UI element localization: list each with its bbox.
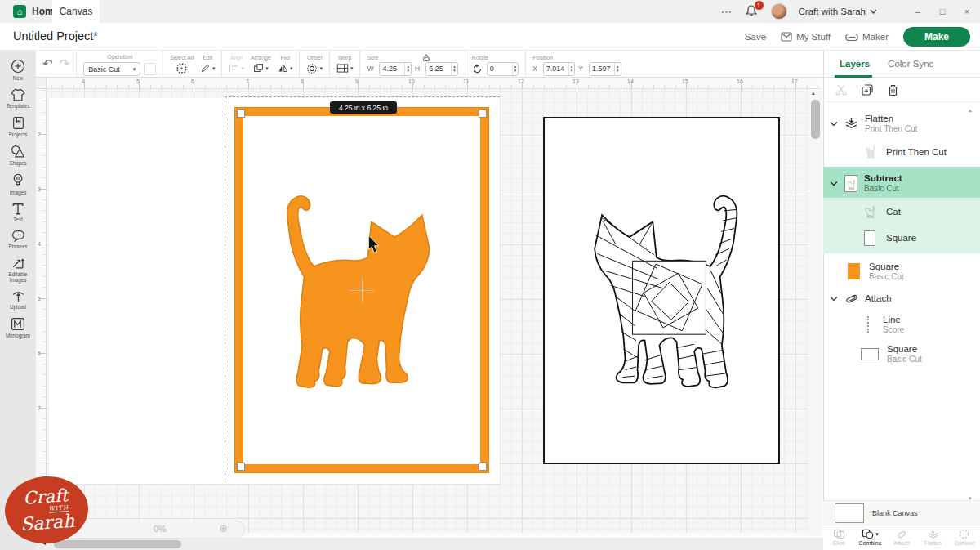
tab-canvas[interactable]: Canvas (52, 0, 100, 23)
vertical-scrollbar-thumb[interactable] (811, 100, 820, 139)
layer-row-square-attach[interactable]: SquareBasic Cut (861, 342, 973, 366)
project-title[interactable]: Untitled Project* (13, 29, 98, 42)
operation-group: Operation Basic Cut ▾ (77, 51, 163, 77)
pos-x-input[interactable]: 7.014▴▾ (543, 62, 576, 76)
flip-button[interactable]: Flip ▾ (278, 52, 293, 76)
size-w-value: 4.25 (380, 65, 404, 73)
collapse-chevron-icon[interactable] (830, 296, 838, 302)
sidebar-item-text[interactable]: Text (0, 203, 36, 222)
vertical-scrollbar[interactable] (808, 90, 822, 535)
save-button[interactable]: Save (745, 32, 766, 42)
selection-handle-top-left[interactable] (237, 110, 245, 118)
rotate-input[interactable]: 0▴▾ (487, 62, 519, 76)
redo-button[interactable]: ↷ (60, 56, 70, 71)
duplicate-icon[interactable] (861, 83, 874, 96)
sidebar-item-images[interactable]: Images (0, 173, 36, 195)
left-sidebar: New Templates Projects Shapes Images Tex… (0, 51, 36, 550)
ruler-number: 2 (38, 132, 41, 137)
warp-button[interactable]: Warp ▾ (336, 52, 354, 76)
my-stuff-button[interactable]: My Stuff (781, 32, 831, 42)
trash-icon[interactable] (887, 83, 899, 96)
horizontal-scrollbar-thumb[interactable] (54, 540, 181, 548)
sidebar-label: New (13, 75, 24, 81)
notifications-bell[interactable]: 1 (745, 4, 760, 19)
collapse-chevron-icon[interactable] (830, 121, 838, 127)
tab-color-sync[interactable]: Color Sync (888, 59, 933, 69)
iris-fold-cat-template[interactable] (568, 157, 759, 420)
pos-y-input[interactable]: 1.597▴▾ (589, 62, 621, 76)
warp-caret-icon: ▾ (350, 65, 354, 72)
blank-canvas-row[interactable]: Blank Canvas (823, 500, 980, 525)
sidebar-item-upload[interactable]: Upload (0, 290, 36, 310)
layer-row-square-child[interactable]: Square (864, 227, 973, 248)
pos-x-value: 7.014 (544, 65, 568, 73)
my-stuff-icon (781, 32, 792, 42)
maker-machine-icon (845, 33, 858, 42)
layers-bottom-actions: Slice ▾ Combine Attach Flatten Contour (823, 525, 980, 550)
rotate-icon[interactable] (472, 64, 483, 74)
chevron-down-icon (870, 9, 877, 14)
zoom-in-icon[interactable]: ⊕ (219, 522, 228, 534)
ruler-number: 4 (38, 241, 41, 247)
sidebar-item-monogram[interactable]: Monogram (0, 317, 36, 338)
selection-handle-bottom-left[interactable] (237, 463, 245, 471)
select-all-button[interactable]: Select All (170, 52, 194, 76)
ruler-number: 7 (246, 78, 249, 84)
size-h-stepper[interactable]: ▴▾ (451, 63, 457, 75)
ruler-number: 6 (38, 351, 41, 356)
sidebar-item-phrases[interactable]: Phrases (0, 230, 36, 249)
selection-handle-top-right[interactable] (479, 110, 487, 118)
color-swatch[interactable] (144, 63, 156, 75)
layer-name: Cat (886, 207, 901, 217)
sidebar-item-editable-images[interactable]: Editable Images (0, 257, 36, 283)
rotate-stepper[interactable]: ▴▾ (512, 63, 519, 75)
sidebar-item-templates[interactable]: Templates (0, 88, 36, 109)
layer-row-subtract[interactable]: SubtractBasic Cut (830, 170, 973, 196)
window-maximize-button[interactable]: □ (936, 7, 949, 16)
window-minimize-button[interactable]: – (911, 7, 924, 16)
orange-cat-silhouette[interactable] (265, 157, 457, 420)
layer-row-square[interactable]: SquareBasic Cut (848, 258, 973, 284)
edit-button[interactable]: Edit ▾ (200, 52, 216, 76)
sidebar-item-new[interactable]: New (0, 59, 36, 81)
lock-icon[interactable] (422, 54, 430, 61)
arrange-button[interactable]: Arrange ▾ (251, 52, 271, 76)
cat-thumbnail (864, 204, 875, 220)
square-thumbnail (864, 230, 875, 246)
size-w-stepper[interactable]: ▴▾ (404, 63, 411, 75)
sidebar-item-projects[interactable]: Projects (0, 116, 36, 137)
pos-x-stepper[interactable]: ▴▾ (568, 63, 575, 75)
selection-handle-bottom-right[interactable] (479, 463, 487, 471)
avatar[interactable] (771, 3, 787, 20)
upload-icon (11, 290, 25, 302)
combine-caret-icon: ▾ (875, 531, 879, 538)
layer-row-flatten[interactable]: FlattenPrint Then Cut (830, 110, 973, 136)
layer-row-cat[interactable]: Cat (864, 201, 973, 222)
make-button[interactable]: Make (903, 27, 970, 47)
layer-operation: Score (883, 325, 904, 335)
account-menu[interactable]: Craft with Sarah (799, 7, 877, 16)
align-button: Align ▾ (229, 52, 244, 76)
pos-y-stepper[interactable]: ▴▾ (614, 63, 621, 75)
operation-dropdown[interactable]: Basic Cut ▾ (83, 62, 140, 76)
offset-button[interactable]: Offset ▾ (306, 52, 323, 76)
maker-button[interactable]: Maker (845, 32, 889, 42)
collapse-chevron-icon[interactable] (830, 181, 838, 186)
layer-row-attach[interactable]: Attach (830, 289, 973, 307)
ruler-number: 14 (627, 78, 634, 84)
pos-y-value: 1.597 (590, 65, 614, 73)
size-w-input[interactable]: 4.25▴▾ (379, 62, 412, 76)
size-h-input[interactable]: 6.25▴▾ (425, 62, 458, 76)
sidebar-item-shapes[interactable]: Shapes (0, 145, 36, 166)
layer-row-line[interactable]: LineScore (867, 312, 973, 337)
combine-button[interactable]: ▾ Combine (854, 525, 885, 550)
overflow-menu-icon[interactable]: ⋯ (721, 5, 733, 18)
tab-layers[interactable]: Layers (840, 59, 870, 69)
scroll-up-arrow[interactable]: ▴ (812, 90, 815, 96)
layer-name: Print Then Cut (886, 147, 947, 158)
window-close-button[interactable]: × (960, 7, 973, 16)
ruler-number: 16 (737, 78, 743, 84)
undo-button[interactable]: ↶ (42, 56, 53, 71)
layer-row-print-then-cut[interactable]: Print Then Cut (864, 141, 973, 163)
size-w-label: W (367, 65, 373, 73)
